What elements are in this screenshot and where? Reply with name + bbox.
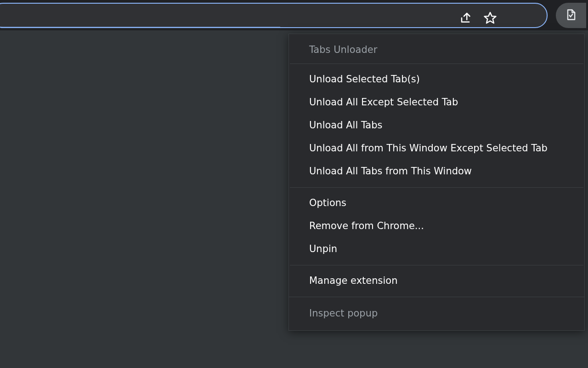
extension-button[interactable] xyxy=(556,3,586,28)
menu-group-unload: Unload Selected Tab(s) Unload All Except… xyxy=(289,64,584,187)
menu-footer: Inspect popup xyxy=(289,297,584,330)
menu-item-unpin[interactable]: Unpin xyxy=(289,237,584,260)
bookmark-star-icon[interactable] xyxy=(483,11,497,27)
menu-group-manage: Options Remove from Chrome... Unpin xyxy=(289,188,584,265)
menu-item-options[interactable]: Options xyxy=(289,191,584,214)
menu-item-unload-all-except[interactable]: Unload All Except Selected Tab xyxy=(289,91,584,114)
address-bar[interactable] xyxy=(0,3,548,28)
menu-item-unload-window-except[interactable]: Unload All from This Window Except Selec… xyxy=(289,137,584,160)
toolbar-icons xyxy=(459,4,497,34)
menu-item-inspect-popup[interactable]: Inspect popup xyxy=(289,302,584,325)
browser-toolbar xyxy=(0,0,588,30)
extension-page-icon xyxy=(565,8,577,23)
menu-item-remove[interactable]: Remove from Chrome... xyxy=(289,214,584,237)
menu-item-unload-selected[interactable]: Unload Selected Tab(s) xyxy=(289,68,584,91)
menu-title: Tabs Unloader xyxy=(289,35,584,63)
omnibox-underline xyxy=(0,27,280,27)
menu-item-unload-all[interactable]: Unload All Tabs xyxy=(289,114,584,137)
svg-marker-0 xyxy=(485,12,496,23)
extension-context-menu: Tabs Unloader Unload Selected Tab(s) Unl… xyxy=(288,34,585,331)
menu-group-ext: Manage extension xyxy=(289,265,584,297)
menu-item-manage-extension[interactable]: Manage extension xyxy=(289,269,584,292)
menu-item-unload-window-all[interactable]: Unload All Tabs from This Window xyxy=(289,160,584,183)
share-icon[interactable] xyxy=(459,11,473,27)
